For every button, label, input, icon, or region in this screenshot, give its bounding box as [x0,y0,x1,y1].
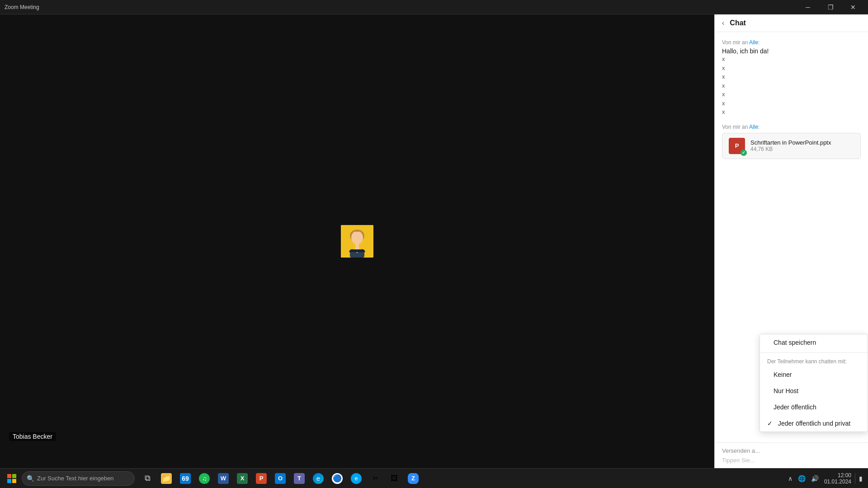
word-icon: W [218,473,229,484]
file-attachment[interactable]: P ✓ Schriftarten in PowerPoint.pptx 44,7… [722,133,861,159]
spotify-icon: ♫ [199,473,210,484]
window-title: Zoom Meeting [5,4,39,10]
teams-icon: T [294,473,305,484]
message-colon-2: : [758,124,760,130]
window-controls: ─ ❐ ✕ [797,1,863,14]
save-chat-label: Chat speichern [774,339,816,346]
svg-rect-7 [7,479,11,483]
title-bar: Zoom Meeting ─ ❐ ✕ [0,0,868,14]
tray-arrow-icon[interactable]: ∧ [786,473,794,484]
message-colon-1: : [758,39,760,46]
chat-title: Chat [730,19,861,27]
search-icon: 🔍 [27,475,34,482]
message-text-1: Hallo, ich bin da! [722,47,861,55]
dropdown-section-label: Der Teilnehmer kann chatten mit: [760,355,868,366]
tray-network-icon[interactable]: 🌐 [796,473,807,484]
taskbar-browser2[interactable]: e [347,469,365,488]
file-powerpoint-icon: P ✓ [729,138,745,154]
show-desktop-button[interactable]: ▮ [855,473,864,484]
message-sender-1: Von mir an [722,39,749,46]
taskbar-edge[interactable]: e [309,469,327,488]
clock-time: 12:00 [824,472,851,479]
chat-input-placeholder: Tippen Sie... [722,457,861,464]
system-tray: ∧ 🌐 🔊 [786,473,821,484]
dropdown-item-keiner[interactable]: Keiner [760,366,868,383]
app-body: Tobias Becker ‹ Chat Von mir an Alle: Ha… [0,14,868,468]
dropdown-item-nur-host-label: Nur Host [774,387,798,394]
tray-volume-icon[interactable]: 🔊 [809,473,821,484]
taskbar-search-text: Zur Suche Text hier eingeben [37,475,114,482]
participant-name-label: Tobias Becker [9,432,56,441]
edge-icon: e [313,473,324,484]
photos-icon: 🖼 [389,473,400,484]
svg-rect-5 [7,474,11,478]
svg-point-2 [351,231,363,244]
taskbar-search-box[interactable]: 🔍 Zur Suche Text hier eingeben [22,471,135,486]
file-check-icon: ✓ [741,150,747,156]
chrome-icon: 🔵 [332,473,343,484]
message-x-lines: xxxxxxx [722,55,861,117]
svg-rect-6 [12,474,16,478]
restore-button[interactable]: ❐ [820,1,841,14]
taskbar-store[interactable]: 69 [176,469,194,488]
taskbar-right: ∧ 🌐 🔊 12:00 01.01.2024 ▮ [786,472,864,485]
chat-panel: ‹ Chat Von mir an Alle: Hallo, ich bin d… [714,14,868,468]
dropdown-item-jeder-offentlich-privat-label: Jeder öffentlich und privat [778,420,850,427]
message-recipient-1: Alle [749,39,758,46]
taskbar-clock[interactable]: 12:00 01.01.2024 [824,472,851,485]
taskbar-chrome[interactable]: 🔵 [328,469,346,488]
store-icon: 69 [180,473,191,484]
message-meta-2: Von mir an Alle: [722,124,861,130]
chat-header: ‹ Chat [715,14,868,32]
close-button[interactable]: ✕ [843,1,863,14]
chat-back-button[interactable]: ‹ [722,19,724,27]
send-to-row: Versenden a... [722,447,861,454]
minimize-button[interactable]: ─ [797,1,818,14]
file-explorer-icon: 📁 [161,473,172,484]
message-group-1: Von mir an Alle: Hallo, ich bin da! xxxx… [722,39,861,117]
dropdown-item-jeder-offentlich[interactable]: Jeder öffentlich [760,399,868,415]
message-sender-2: Von mir an [722,124,749,130]
snip-icon: ✂ [370,473,381,484]
message-recipient-2: Alle [749,124,758,130]
svg-rect-4 [355,244,359,250]
task-view-icon: ⧉ [145,474,151,483]
taskbar-task-view[interactable]: ⧉ [138,469,156,488]
message-group-2: Von mir an Alle: P ✓ Schriftarten in Pow… [722,124,861,159]
taskbar-powerpoint[interactable]: P [252,469,270,488]
start-button[interactable] [4,470,20,487]
windows-logo-icon [7,474,16,483]
zoom-icon: Z [408,473,419,484]
video-area: Tobias Becker [0,14,714,468]
powerpoint-icon: P [256,473,267,484]
taskbar-app-icons: ⧉ 📁 69 ♫ W X P O T e 🔵 [138,469,422,488]
file-name: Schriftarten in PowerPoint.pptx [750,139,831,146]
clock-date: 01.01.2024 [824,479,851,485]
excel-icon: X [237,473,248,484]
taskbar-snip[interactable]: ✂ [366,469,384,488]
file-size: 44,76 KB [750,146,831,152]
file-info: Schriftarten in PowerPoint.pptx 44,76 KB [750,139,831,152]
taskbar-zoom[interactable]: Z [404,469,422,488]
svg-rect-8 [12,479,16,483]
send-to-label: Versenden a... [722,447,760,454]
browser2-icon: e [351,473,362,484]
outlook-icon: O [275,473,286,484]
dropdown-divider [760,352,868,353]
dropdown-item-jeder-offentlich-label: Jeder öffentlich [774,404,816,411]
taskbar-file-explorer[interactable]: 📁 [157,469,175,488]
message-meta-1: Von mir an Alle: [722,39,861,46]
taskbar: 🔍 Zur Suche Text hier eingeben ⧉ 📁 69 ♫ … [0,468,868,488]
taskbar-photos[interactable]: 🖼 [385,469,403,488]
taskbar-outlook[interactable]: O [271,469,289,488]
taskbar-excel[interactable]: X [233,469,251,488]
taskbar-word[interactable]: W [214,469,232,488]
dropdown-item-nur-host[interactable]: Nur Host [760,383,868,399]
participant-video [341,225,373,258]
taskbar-teams[interactable]: T [290,469,308,488]
dropdown-save-chat[interactable]: Chat speichern [760,334,868,351]
chat-footer: Versenden a... Tippen Sie... [715,442,868,468]
taskbar-spotify[interactable]: ♫ [195,469,213,488]
dropdown-item-keiner-label: Keiner [774,371,792,378]
dropdown-item-jeder-offentlich-privat[interactable]: Jeder öffentlich und privat [760,415,868,432]
